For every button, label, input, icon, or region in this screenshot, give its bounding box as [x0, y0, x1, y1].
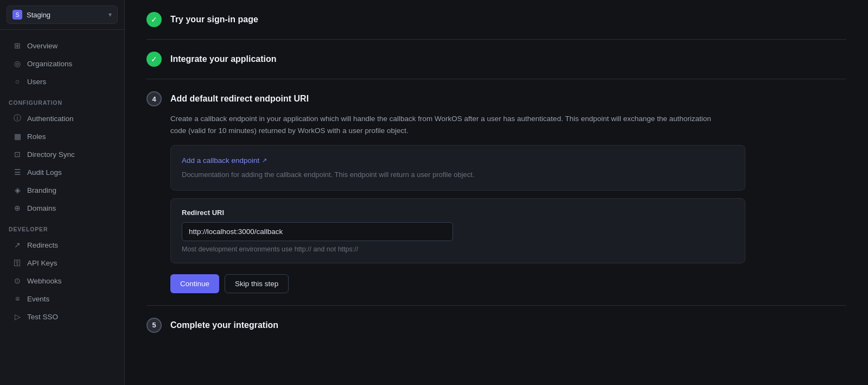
sidebar-item-api-keys[interactable]: ⚿ API Keys: [4, 254, 120, 272]
redirect-hint: Most development environments use http:/…: [182, 245, 734, 253]
sidebar-item-webhooks-label: Webhooks: [27, 277, 62, 285]
step-4-title: Complete your integration: [170, 320, 278, 330]
step-3-actions: Continue Skip this step: [170, 274, 846, 293]
sidebar-item-overview-label: Overview: [27, 42, 58, 50]
sidebar-item-redirects[interactable]: ↗ Redirects: [4, 236, 120, 254]
organizations-icon: ◎: [13, 59, 22, 68]
sidebar-item-events[interactable]: ≡ Events: [4, 290, 120, 307]
sidebar-item-branding-label: Branding: [27, 186, 56, 194]
step-3: 4 Add default redirect endpoint URI Crea…: [146, 79, 846, 306]
sidebar-item-api-keys-label: API Keys: [27, 259, 58, 267]
sidebar-item-users[interactable]: ○ Users: [4, 73, 120, 90]
step-3-description: Create a callback endpoint in your appli…: [170, 113, 713, 136]
env-name: Staging: [27, 11, 50, 19]
sidebar-item-roles-label: Roles: [27, 132, 46, 141]
step-2-title: Integrate your application: [170, 54, 277, 64]
sidebar-item-redirects-label: Redirects: [27, 241, 58, 249]
sidebar-item-events-label: Events: [27, 295, 49, 303]
chevron-down-icon: ▾: [108, 11, 112, 18]
step-3-body: Create a callback endpoint in your appli…: [146, 113, 846, 293]
sidebar-item-directory-sync[interactable]: ⊡ Directory Sync: [4, 146, 120, 163]
callback-box: Add a callback endpoint ↗ Documentation …: [170, 145, 745, 191]
redirect-uri-input[interactable]: [182, 222, 453, 241]
audit-logs-icon: ☰: [13, 168, 22, 176]
add-callback-link[interactable]: Add a callback endpoint ↗: [182, 156, 267, 165]
branding-icon: ◈: [13, 186, 22, 194]
sidebar: S Staging ▾ ⊞ Overview ◎ Organizations ○…: [0, 0, 125, 385]
step-2-check: ✓: [146, 52, 162, 67]
config-section-label: CONFIGURATION: [0, 91, 124, 109]
step-1: ✓ Try your sign-in page: [146, 0, 846, 40]
test-sso-icon: ▷: [13, 312, 22, 321]
sidebar-item-domains[interactable]: ⊕ Domains: [4, 199, 120, 217]
skip-step-button[interactable]: Skip this step: [225, 274, 289, 293]
sidebar-item-domains-label: Domains: [27, 204, 56, 212]
authentication-icon: ⓘ: [13, 114, 22, 123]
domains-icon: ⊕: [13, 204, 22, 212]
redirect-box: Redirect URI Most development environmen…: [170, 198, 745, 263]
sidebar-item-organizations-label: Organizations: [27, 60, 72, 68]
sidebar-item-organizations[interactable]: ◎ Organizations: [4, 55, 120, 72]
directory-sync-icon: ⊡: [13, 150, 22, 159]
step-3-number: 4: [146, 91, 162, 106]
main-content: ✓ Try your sign-in page ✓ Integrate your…: [125, 0, 868, 385]
callback-description: Documentation for adding the callback en…: [182, 169, 734, 180]
sidebar-item-overview[interactable]: ⊞ Overview: [4, 37, 120, 54]
api-keys-icon: ⚿: [13, 258, 22, 267]
sidebar-item-directory-sync-label: Directory Sync: [27, 150, 75, 159]
sidebar-item-test-sso[interactable]: ▷ Test SSO: [4, 308, 120, 325]
redirects-icon: ↗: [13, 241, 22, 249]
step-2: ✓ Integrate your application: [146, 40, 846, 79]
sidebar-item-branding[interactable]: ◈ Branding: [4, 181, 120, 199]
developer-section-label: DEVELOPER: [0, 217, 124, 236]
users-icon: ○: [13, 77, 22, 86]
sidebar-nav: ⊞ Overview ◎ Organizations ○ Users CONFI…: [0, 30, 124, 385]
sidebar-item-audit-logs[interactable]: ☰ Audit Logs: [4, 163, 120, 181]
sidebar-item-webhooks[interactable]: ⊙ Webhooks: [4, 272, 120, 289]
step-3-title: Add default redirect endpoint URI: [170, 94, 309, 104]
env-selector-container: S Staging ▾: [0, 0, 124, 30]
overview-icon: ⊞: [13, 41, 22, 50]
sidebar-item-test-sso-label: Test SSO: [27, 313, 58, 321]
step-1-check: ✓: [146, 12, 162, 27]
roles-icon: ▦: [13, 132, 22, 141]
env-dropdown[interactable]: S Staging ▾: [7, 5, 118, 24]
step-4-number: 5: [146, 318, 162, 333]
continue-button[interactable]: Continue: [170, 274, 219, 293]
events-icon: ≡: [13, 294, 22, 303]
external-link-icon: ↗: [262, 157, 267, 164]
env-icon: S: [12, 10, 22, 20]
sidebar-item-users-label: Users: [27, 78, 46, 86]
sidebar-item-authentication-label: Authentication: [27, 115, 74, 123]
redirect-uri-label: Redirect URI: [182, 209, 734, 217]
sidebar-item-roles[interactable]: ▦ Roles: [4, 128, 120, 145]
step-1-title: Try your sign-in page: [170, 15, 258, 24]
step-4: 5 Complete your integration: [146, 306, 846, 345]
sidebar-item-audit-logs-label: Audit Logs: [27, 168, 62, 176]
sidebar-item-authentication[interactable]: ⓘ Authentication: [4, 110, 120, 127]
webhooks-icon: ⊙: [13, 276, 22, 285]
